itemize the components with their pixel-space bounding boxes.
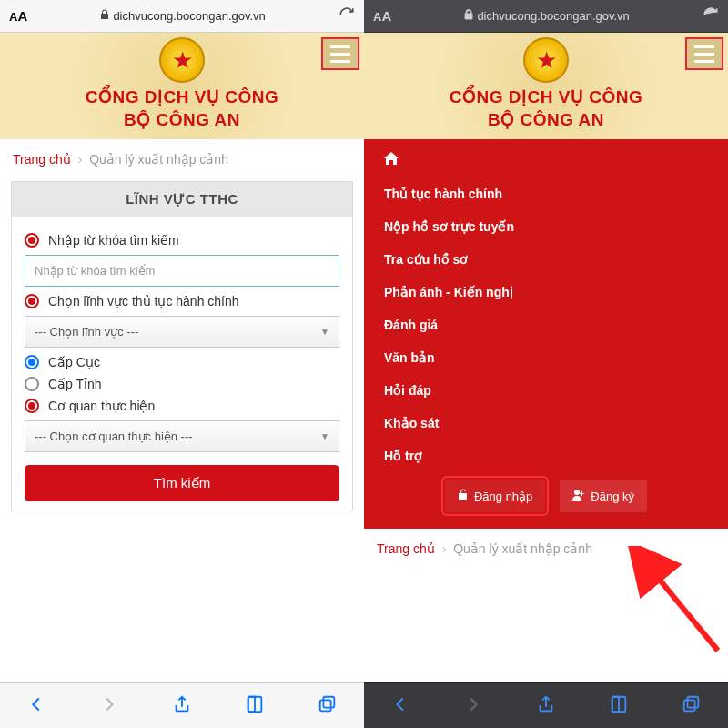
share-icon[interactable] (536, 694, 556, 718)
keyword-input[interactable]: Nhập từ khóa tìm kiếm (25, 255, 339, 287)
back-icon[interactable] (390, 694, 410, 718)
level-tinh-radio[interactable] (25, 377, 39, 391)
keyword-label: Nhập từ khóa tìm kiếm (48, 233, 179, 248)
site-header: ★ CỔNG DỊCH VỤ CÔNG BỘ CÔNG AN (364, 33, 728, 139)
tabs-icon[interactable] (682, 694, 702, 718)
panel-title: LĨNH VỰC TTHC (12, 182, 352, 217)
register-button[interactable]: Đăng ký (560, 480, 647, 512)
level-cuc-radio[interactable] (25, 355, 39, 369)
bookmarks-icon[interactable] (245, 694, 265, 718)
field-radio[interactable] (25, 294, 39, 308)
emblem-icon: ★ (159, 37, 205, 83)
breadcrumb-current: Quản lý xuất nhập cảnh (453, 541, 592, 556)
search-panel: LĨNH VỰC TTHC Nhập từ khóa tìm kiếm Nhập… (11, 181, 353, 511)
lock-icon (464, 9, 473, 23)
lock-open-icon (458, 489, 469, 503)
menu-item[interactable]: Văn bản (384, 341, 708, 374)
field-label: Chọn lĩnh vực thủ tục hành chính (48, 294, 239, 308)
breadcrumb-home[interactable]: Trang chủ (13, 152, 71, 167)
menu-item[interactable]: Hỏi đáp (384, 374, 708, 407)
svg-point-2 (574, 490, 580, 495)
main-menu: Thủ tục hành chính Nộp hồ sơ trực tuyến … (364, 139, 728, 529)
login-button[interactable]: Đăng nhập (445, 480, 545, 512)
breadcrumb-home[interactable]: Trang chủ (377, 541, 435, 556)
breadcrumb: Trang chủ › Quản lý xuất nhập cảnh (0, 139, 364, 176)
field-select[interactable]: --- Chọn lĩnh vực --- ▼ (25, 316, 339, 348)
menu-item[interactable]: Tra cứu hồ sơ (384, 243, 708, 276)
site-title-1: CỔNG DỊCH VỤ CÔNG (0, 86, 364, 107)
share-icon[interactable] (172, 694, 192, 718)
menu-item[interactable]: Nộp hồ sơ trực tuyến (384, 210, 708, 243)
menu-item[interactable]: Đánh giá (384, 308, 708, 341)
forward-icon[interactable] (99, 694, 119, 718)
svg-rect-3 (687, 696, 698, 707)
text-size-control[interactable]: AA (373, 8, 391, 24)
svg-rect-1 (320, 700, 331, 711)
site-title-1: CỔNG DỊCH VỤ CÔNG (364, 86, 728, 107)
site-title-2: BỘ CÔNG AN (0, 109, 364, 130)
svg-rect-4 (684, 700, 695, 711)
url-text[interactable]: dichvucong.bocongan.gov.vn (113, 9, 265, 23)
browser-address-bar: AA dichvucong.bocongan.gov.vn (364, 0, 728, 33)
agency-select[interactable]: --- Chọn cơ quan thực hiện --- ▼ (25, 420, 339, 452)
url-text[interactable]: dichvucong.bocongan.gov.vn (477, 9, 629, 23)
emblem-icon: ★ (523, 37, 569, 83)
level-tinh-label: Cấp Tỉnh (48, 377, 102, 391)
agency-radio[interactable] (25, 399, 39, 413)
browser-address-bar: AA dichvucong.bocongan.gov.vn (0, 0, 364, 33)
chevron-down-icon: ▼ (320, 327, 329, 337)
svg-rect-0 (323, 696, 334, 707)
breadcrumb: Trang chủ › Quản lý xuất nhập cảnh (364, 529, 728, 565)
browser-tabbar (364, 682, 728, 728)
breadcrumb-current: Quản lý xuất nhập cảnh (89, 152, 228, 167)
reload-icon[interactable] (703, 6, 719, 26)
bookmarks-icon[interactable] (609, 694, 629, 718)
menu-button[interactable] (686, 38, 723, 69)
level-cuc-label: Cấp Cục (48, 355, 100, 369)
user-plus-icon (572, 489, 585, 503)
lock-icon (100, 9, 109, 23)
menu-item[interactable]: Khảo sát (384, 407, 708, 440)
menu-item[interactable]: Thủ tục hành chính (384, 177, 708, 210)
agency-label: Cơ quan thực hiện (48, 399, 155, 413)
site-header: ★ CỔNG DỊCH VỤ CÔNG BỘ CÔNG AN (0, 33, 364, 139)
forward-icon[interactable] (463, 694, 483, 718)
site-title-2: BỘ CÔNG AN (364, 109, 728, 130)
back-icon[interactable] (26, 694, 46, 718)
reload-icon[interactable] (339, 6, 355, 26)
tabs-icon[interactable] (318, 694, 338, 718)
home-icon[interactable] (384, 152, 708, 168)
menu-button[interactable] (322, 38, 359, 69)
chevron-down-icon: ▼ (320, 431, 329, 441)
browser-tabbar (0, 682, 364, 728)
menu-item[interactable]: Hỗ trợ (384, 440, 708, 472)
text-size-control[interactable]: AA (9, 8, 27, 24)
keyword-radio[interactable] (25, 233, 39, 248)
search-button[interactable]: Tìm kiếm (25, 465, 339, 501)
menu-item[interactable]: Phản ánh - Kiến nghị (384, 276, 708, 308)
